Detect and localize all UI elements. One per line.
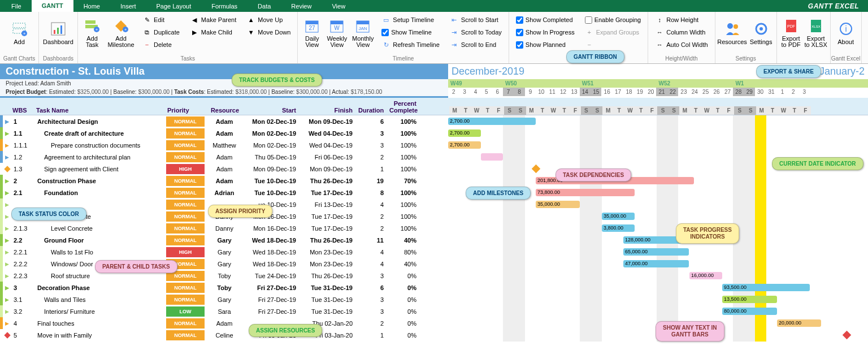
table-row[interactable]: ▶2.2.3Roof structureNORMALTobyTue 24-Dec… [0, 270, 448, 282]
table-row[interactable]: ▶3Decoration PhaseNORMALTobyFri 27-Dec-1… [0, 282, 448, 293]
monthly-view-button[interactable]: JAN Monthly View [350, 13, 376, 53]
table-row[interactable]: ▶3.1Walls and TilesNORMALGaryFri 27-Dec-… [0, 293, 448, 305]
table-row[interactable]: ▶1Architectural DesignNORMALAdamMon 02-D… [0, 115, 448, 127]
show-completed-checkbox[interactable]: Show Completed [514, 14, 577, 25]
table-row[interactable]: ▶1.1.1Prepare construction documentsNORM… [0, 139, 448, 151]
col-finish[interactable]: Finish [301, 107, 357, 114]
tab-home[interactable]: Home [73, 0, 110, 12]
table-row[interactable]: ▶3.2Interiors/ FurnitureLOWSaraFri 27-De… [0, 305, 448, 317]
gantt-bar[interactable]: 35,000.00 [536, 201, 580, 208]
cell-priority[interactable]: NORMAL [166, 318, 205, 329]
move-down-button[interactable]: ▼Move Down [244, 27, 293, 38]
gantt-bar[interactable]: 35,000.00 [602, 213, 635, 220]
cell-resource[interactable]: Gary [205, 237, 244, 244]
weekly-view-button[interactable]: W Weekly View [325, 13, 349, 53]
cell-priority[interactable]: HIGH [166, 247, 205, 257]
scroll-start-button[interactable]: ⇤Scroll to Start [448, 14, 504, 25]
daily-view-button[interactable]: 27 Daily View [300, 13, 324, 53]
add-chart-button[interactable]: + Add [2, 13, 36, 53]
table-row[interactable]: ▶2.1.3Level ConcreteNORMALDannyMon 16-De… [0, 222, 448, 234]
cell-resource[interactable]: Adam [205, 130, 244, 137]
cell-resource[interactable]: Celine [205, 332, 244, 339]
col-duration[interactable]: Duration [357, 107, 388, 114]
cell-resource[interactable]: Adrian [205, 189, 244, 196]
table-row[interactable]: ▶4Final touchesNORMALAdamThu 02-Jan-2020… [0, 317, 448, 329]
cell-priority[interactable]: NORMAL [166, 140, 205, 150]
make-parent-button[interactable]: ◀Make Parent [188, 14, 238, 25]
cell-resource[interactable]: Gary [205, 296, 244, 303]
about-button[interactable]: i About [833, 13, 859, 53]
table-row[interactable]: ▶2.2Ground FloorNORMALGaryWed 18-Dec-19T… [0, 234, 448, 246]
gantt-milestone[interactable] [843, 331, 852, 340]
duplicate-button[interactable]: ⧉Duplicate [140, 27, 182, 38]
col-taskname[interactable]: Task Name [35, 107, 166, 114]
gantt-milestone[interactable] [532, 165, 541, 174]
edit-button[interactable]: ✎Edit [140, 14, 182, 25]
col-resource[interactable]: Resource [205, 107, 244, 114]
cell-priority[interactable]: NORMAL [166, 223, 205, 234]
settings-button[interactable]: Settings [748, 13, 774, 53]
show-planned-checkbox[interactable]: Show Planned [514, 39, 577, 50]
col-percent[interactable]: Percent Complete [388, 100, 422, 114]
cell-priority[interactable]: NORMAL [166, 188, 205, 198]
table-row[interactable]: ▶2Construction PhaseNORMALAdamTue 10-Dec… [0, 175, 448, 187]
show-inprogress-checkbox[interactable]: Show In Progress [514, 27, 577, 38]
cell-priority[interactable]: NORMAL [166, 295, 205, 305]
cell-resource[interactable]: Gary [205, 261, 244, 267]
show-timeline-checkbox[interactable]: Show Timeline [379, 27, 442, 38]
cell-priority[interactable]: NORMAL [166, 152, 205, 162]
col-wbs[interactable]: WBS [11, 107, 35, 114]
cell-resource[interactable]: Adam [205, 118, 244, 125]
cell-resource[interactable]: Adam [205, 178, 244, 184]
gantt-bar[interactable]: 2,700.00 [448, 141, 481, 149]
cell-priority[interactable]: HIGH [166, 164, 205, 174]
tab-review[interactable]: Review [281, 0, 322, 12]
delete-button[interactable]: −Delete [140, 39, 182, 50]
gantt-bar[interactable]: 16,000.00 [689, 272, 722, 279]
gantt-bar[interactable]: 3,800.00 [602, 224, 635, 232]
move-up-button[interactable]: ▲Move Up [244, 14, 293, 25]
gantt-bar[interactable] [481, 153, 503, 161]
setup-timeline-button[interactable]: ▭Setup Timeline [379, 14, 442, 25]
cell-priority[interactable]: NORMAL [166, 128, 205, 139]
add-task-button[interactable]: + Add Task [80, 13, 104, 53]
enable-grouping-checkbox[interactable]: Enable Grouping [583, 14, 644, 25]
gantt-bar[interactable]: 73,800.00 [536, 189, 635, 196]
tab-pagelayout[interactable]: Page Layout [146, 0, 201, 12]
cell-priority[interactable]: LOW [166, 306, 205, 317]
cell-priority[interactable]: NORMAL [166, 283, 205, 293]
row-height-button[interactable]: ↕Row Height [653, 14, 710, 25]
cell-priority[interactable]: NORMAL [166, 176, 205, 186]
table-row[interactable]: ▶1.2Agreement to architectural planNORMA… [0, 151, 448, 163]
table-row[interactable]: 1.3Sign agreement with ClientHIGHAdamMon… [0, 163, 448, 175]
gantt-bar[interactable]: 2,700.00 [448, 129, 481, 137]
cell-priority[interactable]: NORMAL [166, 116, 205, 127]
scroll-today-button[interactable]: ⇥Scroll to Today [448, 27, 504, 38]
col-priority[interactable]: Priority [166, 107, 205, 114]
export-pdf-button[interactable]: PDF Export to PDF [779, 13, 803, 53]
cell-resource[interactable]: Toby [205, 273, 244, 279]
gantt-bar[interactable]: 47,000.00 [623, 260, 689, 267]
add-milestone-button[interactable]: + Add Milestone [105, 13, 137, 53]
cell-resource[interactable]: Danny [205, 225, 244, 232]
tab-insert[interactable]: Insert [110, 0, 146, 12]
col-start[interactable]: Start [244, 107, 301, 114]
gantt-bar[interactable]: 65,000.00 [623, 248, 689, 256]
col-width-button[interactable]: ↔Column Width [653, 27, 710, 38]
table-row[interactable]: ▶2.1FoundationNORMALAdrianTue 10-Dec-19T… [0, 187, 448, 198]
cell-resource[interactable]: Adam [205, 320, 244, 327]
cell-priority[interactable]: NORMAL [166, 211, 205, 222]
cell-resource[interactable]: Matthew [205, 142, 244, 149]
table-row[interactable]: ▶2.2.1Walls to 1st FloHIGHGaryWed 18-Dec… [0, 246, 448, 258]
cell-resource[interactable]: Gary [205, 249, 244, 256]
gantt-bar[interactable]: 93,500.00 [722, 284, 810, 291]
table-row[interactable]: ▶1.1Create draft of architectureNORMALAd… [0, 127, 448, 139]
tab-gantt[interactable]: GANTT [32, 0, 73, 12]
auto-col-button[interactable]: ↔Auto Col Width [653, 39, 710, 50]
cell-resource[interactable]: Toby [205, 284, 244, 291]
tab-formulas[interactable]: Formulas [201, 0, 248, 12]
tab-view[interactable]: View [322, 0, 355, 12]
cell-priority[interactable]: NORMAL [166, 330, 205, 340]
gantt-bar[interactable]: 80,000.00 [722, 308, 777, 315]
table-row[interactable]: ▶2.2.2Windows/ DoorNORMALGaryWed 18-Dec-… [0, 258, 448, 270]
